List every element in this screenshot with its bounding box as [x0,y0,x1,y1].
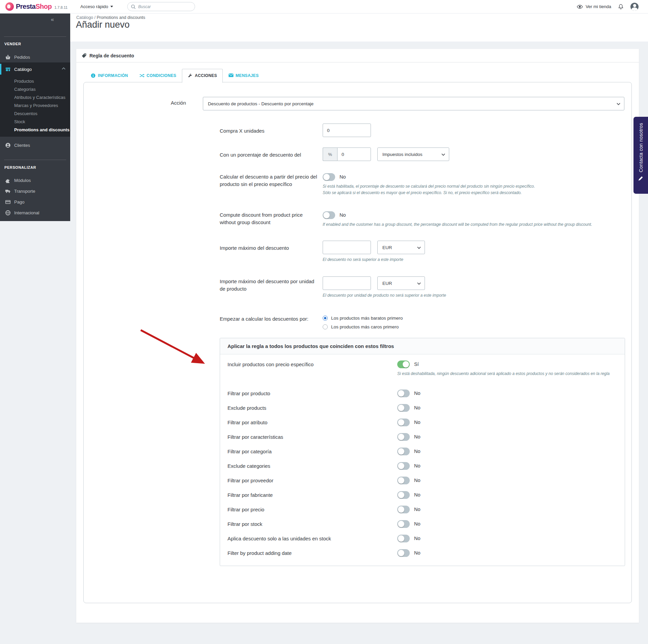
tab-informacion[interactable]: INFORMACIÓN [85,69,134,82]
prestashop-logo[interactable]: PrestaShop 1.7.8.11 [5,2,68,11]
filter-row-label: Filtrar por stock [227,521,397,527]
porcentaje-input[interactable] [337,147,371,161]
info-icon [91,73,96,78]
radio-icon[interactable] [323,324,328,329]
breadcrumb: Catálogo / Promotions and discounts [76,15,145,20]
filter-row-toggle[interactable] [397,506,410,513]
sidebar-collapse-button[interactable]: « [51,16,54,23]
shuffle-icon [139,73,144,78]
quick-access-dropdown[interactable]: Acceso rápido [80,4,113,9]
sidebar-item-catalogo[interactable]: Catálogo [0,64,70,75]
tag-icon [81,53,87,58]
filter-row-toggle-state: No [414,404,421,412]
tab-mensajes[interactable]: MENSAJES [223,69,264,82]
compute-help: If enabled and the customer has a group … [323,221,592,228]
compute-label: Compute discount from product price with… [220,211,319,226]
compute-toggle[interactable] [323,211,335,219]
calcular-toggle[interactable] [323,173,335,181]
filter-row: Filter by product adding date No [227,546,617,560]
filter-row-toggle[interactable] [397,535,410,542]
importe-currency-select[interactable]: EUR [377,241,425,254]
filter-row-label: Filtrar por fabricante [227,492,397,498]
importe-unidad-input[interactable] [323,276,371,290]
filter-row-toggle[interactable] [397,390,410,397]
filter-row-toggle-state: No [414,462,421,470]
filter-row-label: Exclude products [227,405,397,411]
radio-icon[interactable] [323,316,328,321]
incluir-row: Incluir productos con precio específico … [227,360,617,386]
chevron-down-icon [617,103,620,105]
view-shop-link[interactable]: Ver mi tienda [577,4,611,9]
filter-row-toggle-state: No [414,448,421,455]
filter-row-toggle[interactable] [397,549,410,557]
empezar-label: Empezar a calcular los descuentos por: [220,315,319,323]
filter-row-toggle[interactable] [397,462,410,470]
filter-row: Filtrar por atributo No [227,415,617,430]
sidebar-subitem-categorias[interactable]: Categorías [14,87,36,92]
chevron-down-icon [441,153,445,156]
prestashop-logo-icon [5,2,14,11]
filter-row-toggle[interactable] [397,448,410,455]
filter-row-label: Filtrar por producto [227,391,397,396]
filter-row-label: Filtrar por características [227,434,397,440]
filter-row: Filtrar por producto No [227,386,617,401]
filter-row-toggle[interactable] [397,419,410,426]
compra-label: Compra X unidades [220,124,319,135]
incluir-toggle[interactable] [397,360,410,368]
contact-us-tab[interactable]: Contacta con nosotros [633,117,648,194]
sidebar-item-clientes[interactable]: Clientes [0,140,70,151]
importe-unidad-label: Importe máximo del descuento por unidad … [220,276,319,293]
filter-row: Exclude categories No [227,459,617,473]
sidebar-catalog-block: Catálogo Productos Categorías Atributos … [0,62,70,137]
card-header: Regla de descuento [76,49,639,62]
sidebar-section-personalizar: PERSONALIZAR [4,165,36,169]
search-icon [131,4,136,9]
search-input[interactable] [138,4,189,9]
filter-row-toggle[interactable] [397,491,410,499]
impuestos-select[interactable]: Impuestos incluidos [377,147,449,161]
filter-row-toggle-state: No [414,477,421,484]
sidebar-subitem-descuentos[interactable]: Descuentos [14,111,37,116]
card-title: Regla de descuento [89,53,134,58]
filter-row: Aplica descuento solo a las unidades en … [227,531,617,546]
filter-row-toggle[interactable] [397,433,410,441]
compra-input[interactable] [323,124,371,137]
notifications-bell-icon[interactable] [618,4,624,10]
sidebar-item-pedidos[interactable]: Pedidos [0,52,70,62]
accion-select[interactable]: Descuento de productos - Descuento por p… [203,97,624,110]
sidebar-subitem-atributos[interactable]: Atributos y Características [14,95,65,100]
sidebar-item-internacional[interactable]: Internacional [0,207,70,218]
sidebar-item-pago[interactable]: Pago [0,196,70,207]
sidebar-subitem-promotions[interactable]: Promotions and discounts [14,127,70,132]
radio-option-baratos[interactable]: Los productos más baratos primero [323,316,403,321]
sidebar-subitem-marcas[interactable]: Marcas y Proveedores [14,103,58,108]
chevron-down-icon [417,282,421,285]
filter-row-toggle[interactable] [397,404,410,412]
filter-row: Filtrar por precio No [227,502,617,517]
filter-row-label: Filtrar por precio [227,507,397,512]
importe-unidad-currency-select[interactable]: EUR [377,276,425,290]
filter-row: Filtrar por características No [227,430,617,444]
filter-row-label: Filter by product adding date [227,550,397,556]
sidebar-item-transporte[interactable]: Transporte [0,186,70,196]
truck-icon [5,188,11,194]
filter-row-toggle[interactable] [397,477,410,484]
filter-row: Filtrar por proveedor No [227,473,617,488]
importe-input[interactable] [323,241,371,254]
accion-label: Acción [84,99,186,107]
tab-condiciones[interactable]: CONDICIONES [134,69,182,82]
radio-option-caros[interactable]: Los productos más caros primero [323,324,403,329]
tab-acciones[interactable]: ACCIONES [182,69,223,83]
user-avatar[interactable] [630,3,639,11]
filter-row: Filtrar por categoría No [227,444,617,459]
breadcrumb-parent[interactable]: Catálogo [76,15,93,20]
search-box[interactable] [127,2,195,11]
filter-row-label: Aplica descuento solo a las unidades en … [227,536,397,541]
sidebar-subitem-productos[interactable]: Productos [14,79,34,84]
filter-row-toggle[interactable] [397,520,410,528]
breadcrumb-current: Promotions and discounts [97,15,145,20]
active-indicator [0,64,1,75]
sidebar-item-modulos[interactable]: Módulos [0,175,70,186]
filter-row-toggle-state: No [414,535,421,542]
sidebar-subitem-stock[interactable]: Stock [14,119,25,124]
